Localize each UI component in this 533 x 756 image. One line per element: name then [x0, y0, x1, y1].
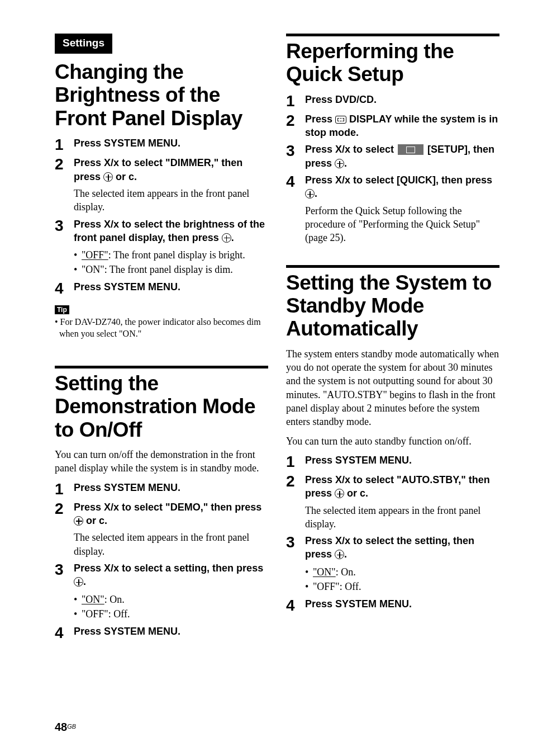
text: Press: [305, 174, 335, 186]
enter-icon: [74, 516, 83, 526]
updown-icon: X/x: [104, 563, 119, 574]
intro-text: The system enters standby mode automatic…: [286, 347, 499, 429]
option-list: "OFF": The front panel display is bright…: [74, 248, 268, 277]
step-text: Press SYSTEM MENU.: [74, 136, 268, 150]
step-number: 2: [55, 156, 74, 214]
list-item: "OFF": Off.: [305, 579, 499, 594]
right-icon: c: [99, 515, 104, 526]
text: .: [134, 171, 137, 182]
text: Press: [74, 219, 104, 230]
text: or: [344, 488, 360, 499]
updown-icon: X/x: [335, 174, 350, 186]
right-column: Reperforming the Quick Setup 1 Press DVD…: [286, 34, 499, 644]
step-text-plain: The selected item appears in the front p…: [74, 531, 268, 558]
right-icon: c: [129, 171, 134, 182]
enter-icon: [305, 189, 315, 199]
step-number: 3: [55, 218, 74, 277]
step-number: 1: [286, 453, 305, 470]
step-text: Press SYSTEM MENU.: [305, 453, 499, 467]
step-number: 4: [286, 173, 305, 244]
step-text: Press X/x to select a setting, then pres…: [74, 561, 268, 589]
text: Press: [305, 474, 335, 485]
page-number-value: 48: [55, 721, 67, 733]
text: Press: [305, 535, 335, 546]
text: to select "DEMO," then press: [119, 502, 261, 513]
text: Press: [305, 114, 335, 125]
section-title-brightness: Changing the Brightness of the Front Pan…: [55, 60, 268, 130]
enter-icon: [222, 233, 231, 243]
enter-icon: [335, 550, 344, 559]
step-text: Press DISPLAY while the system is in sto…: [305, 112, 499, 140]
step-text-plain: The selected item appears in the front p…: [305, 504, 499, 531]
text: Press: [305, 144, 335, 155]
updown-icon: X/x: [104, 219, 119, 230]
enter-icon: [74, 577, 83, 587]
intro-text: You can turn on/off the demonstration in…: [55, 448, 268, 475]
enter-icon: [103, 172, 113, 182]
step-number: 3: [286, 143, 305, 170]
step-text-plain: Perform the Quick Setup following the pr…: [305, 204, 499, 245]
step-text: Press SYSTEM MENU.: [74, 280, 268, 294]
list-item: "OFF": The front panel display is bright…: [74, 248, 268, 262]
step-text: Press X/x to select the setting, then pr…: [305, 534, 499, 561]
step-number: 4: [286, 597, 305, 613]
step-text: Press X/x to select the brightness of th…: [74, 218, 268, 245]
updown-icon: X/x: [335, 535, 350, 546]
step-number: 2: [286, 473, 305, 531]
enter-icon: [335, 159, 344, 168]
option-underline: "OFF": [82, 249, 108, 261]
section-rule: [286, 265, 499, 268]
text: .: [83, 576, 86, 587]
step-number: 1: [55, 481, 74, 497]
text: .: [315, 188, 317, 199]
tip-label: Tip: [55, 305, 69, 314]
text: .: [104, 515, 107, 526]
step-text: Press X/x to select "AUTO.STBY," then pr…: [305, 473, 499, 500]
settings-tab: Settings: [55, 34, 112, 54]
step-text: Press SYSTEM MENU.: [305, 597, 499, 611]
list-item: "ON": On.: [305, 565, 499, 579]
page-content: Settings Changing the Brightness of the …: [0, 0, 533, 644]
text: : On.: [104, 594, 125, 605]
intro-text: You can turn the auto standby function o…: [286, 434, 499, 448]
list-item: "OFF": Off.: [74, 607, 268, 621]
step-text: Press DVD/CD.: [305, 93, 499, 106]
step-number: 2: [55, 500, 74, 558]
display-icon: [335, 116, 346, 124]
page-lang: GB: [67, 723, 76, 730]
text: .: [365, 488, 368, 499]
text: : The front panel display is bright.: [108, 249, 245, 261]
step-text: Press SYSTEM MENU.: [74, 481, 268, 494]
text: or: [113, 171, 129, 182]
steps-standby: 1 Press SYSTEM MENU. 2 Press X/x to sele…: [286, 453, 499, 613]
updown-icon: X/x: [335, 474, 350, 485]
section-title-quicksetup: Reperforming the Quick Setup: [286, 40, 499, 86]
updown-icon: X/x: [104, 157, 119, 168]
step-text-plain: The selected item appears in the front p…: [74, 187, 268, 214]
text: .: [344, 549, 347, 560]
steps-quicksetup: 1 Press DVD/CD. 2 Press DISPLAY while th…: [286, 93, 499, 245]
option-underline: "ON": [82, 594, 104, 605]
step-number: 3: [55, 561, 74, 621]
updown-icon: X/x: [104, 502, 119, 513]
list-item: "ON": On.: [74, 592, 268, 607]
section-rule: [286, 34, 499, 36]
text: .: [231, 232, 234, 243]
step-number: 4: [55, 625, 74, 641]
text: to select a setting, then press: [119, 563, 263, 574]
step-text: Press SYSTEM MENU.: [74, 625, 268, 638]
section-title-demo: Setting the Demonstration Mode to On/Off: [55, 372, 268, 441]
step-text: Press X/x to select [SETUP], then press …: [305, 143, 499, 170]
step-number: 4: [55, 280, 74, 296]
step-text: Press X/x to select "DEMO," then press o…: [74, 500, 268, 528]
page-number: 48GB: [55, 721, 76, 734]
option-list: "ON": On. "OFF": Off.: [305, 565, 499, 594]
step-number: 3: [286, 534, 305, 594]
text: .: [344, 158, 347, 169]
section-rule: [55, 366, 268, 368]
step-number: 2: [286, 112, 305, 140]
tip-text: • For DAV-DZ740, the power indicator als…: [55, 316, 268, 340]
step-text: Press X/x to select [QUICK], then press …: [305, 173, 499, 201]
option-underline: "ON": [313, 566, 336, 578]
setup-icon: [398, 144, 423, 155]
